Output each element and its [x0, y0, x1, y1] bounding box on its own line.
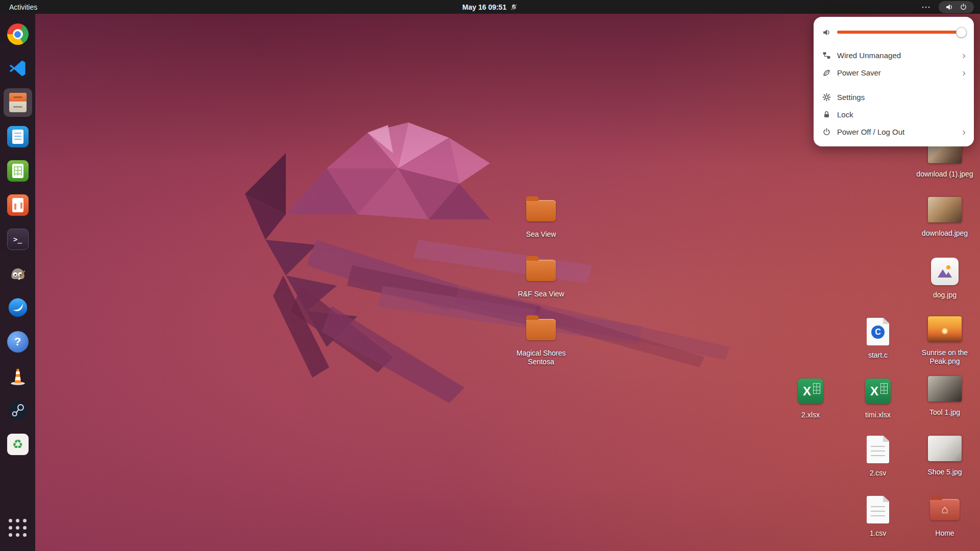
thunderbird-icon — [8, 297, 28, 318]
image-thumbnail-icon — [928, 316, 962, 342]
folder-icon — [526, 260, 556, 281]
desktop-icon-label: Tool 1.jpg — [929, 408, 960, 417]
chevron-right-icon: › — [962, 127, 966, 137]
notifications-muted-bell-icon — [510, 4, 518, 11]
clock-menu[interactable]: May 16 09:51 — [462, 0, 518, 14]
desktop-icon-sea-view[interactable]: Sea View — [505, 195, 577, 239]
dock-item-libreoffice-impress[interactable] — [4, 191, 32, 219]
screen: Activities May 16 09:51 ⋯ — [0, 0, 980, 551]
dock-item-vscode[interactable] — [4, 54, 32, 83]
desktop-icon-label: R&F Sea View — [518, 290, 565, 298]
spreadsheet-file-icon: X — [865, 379, 891, 404]
image-thumbnail-icon — [928, 197, 962, 222]
volume-slider-handle[interactable] — [956, 27, 967, 38]
desktop-icon-label: Magical Shores Sentosa — [508, 349, 574, 366]
spreadsheet-file-icon: X — [798, 379, 823, 404]
libreoffice-calc-icon — [7, 160, 29, 182]
lock-icon — [822, 110, 831, 119]
desktop-icon-1-csv[interactable]: 1.csv — [842, 494, 914, 538]
power-icon — [822, 128, 831, 136]
menu-item-power-off-log-out[interactable]: Power Off / Log Out › — [814, 123, 974, 140]
desktop-icon-label: download.jpeg — [922, 229, 968, 238]
menu-item-wired-unmanaged[interactable]: Wired Unmanaged › — [814, 46, 974, 64]
dock: >_ — [0, 14, 35, 551]
csv-file-icon — [867, 496, 889, 523]
dock-item-gimp[interactable] — [4, 259, 32, 288]
libreoffice-writer-icon — [7, 126, 29, 147]
dock-item-chrome[interactable] — [4, 20, 32, 48]
menu-item-settings[interactable]: Settings — [814, 88, 974, 106]
settings-gear-icon — [822, 93, 831, 102]
desktop-icon-label: start.c — [868, 351, 888, 360]
volume-row — [814, 22, 974, 42]
desktop-icon-tool-1-jpg[interactable]: Tool 1.jpg — [909, 373, 980, 417]
help-icon: ? — [7, 331, 29, 353]
desktop-icon-shoe-5-jpg[interactable]: Shoe 5.jpg — [909, 433, 980, 477]
image-thumbnail-icon — [928, 436, 962, 461]
c-source-file-icon: C — [867, 318, 889, 345]
chrome-icon — [7, 23, 29, 45]
volume-slider-fill — [837, 31, 966, 34]
dock-item-software[interactable]: ♻ — [4, 430, 32, 459]
steam-icon — [8, 400, 28, 420]
clock-label: May 16 09:51 — [462, 3, 506, 11]
desktop-icon-label: timi.xlsx — [865, 411, 891, 419]
desktop-icon-download-jpeg[interactable]: download.jpeg — [909, 194, 980, 238]
desktop-icon-sunrise-png[interactable]: Sunrise on the Peak.png — [909, 313, 980, 366]
terminal-icon: >_ — [7, 229, 29, 250]
chevron-right-icon: › — [962, 67, 966, 78]
image-thumbnail-icon — [928, 376, 962, 402]
home-folder-icon: ⌂ — [930, 499, 960, 520]
csv-file-icon — [867, 436, 889, 463]
desktop-icon-dog-jpg[interactable]: dog.jpg — [909, 256, 980, 299]
desktop-icon-label: Shoe 5.jpg — [928, 468, 962, 477]
dock-item-files[interactable] — [4, 88, 32, 117]
system-menu: Wired Unmanaged › Power Saver › — [814, 17, 974, 146]
chevron-right-icon: › — [962, 50, 966, 60]
gimp-icon — [8, 263, 28, 284]
folder-icon — [526, 319, 556, 340]
vscode-icon — [8, 58, 28, 79]
dock-item-help[interactable]: ? — [4, 328, 32, 356]
system-status-area[interactable] — [939, 1, 974, 13]
desktop-icon-label: 2.csv — [870, 469, 887, 478]
top-bar: Activities May 16 09:51 ⋯ — [0, 0, 980, 14]
dock-item-libreoffice-writer[interactable] — [4, 122, 32, 151]
libreoffice-impress-icon — [7, 194, 29, 216]
power-icon — [960, 3, 967, 11]
overflow-menu-icon[interactable]: ⋯ — [921, 3, 930, 12]
desktop-icon-label: dog.jpg — [933, 291, 957, 299]
top-bar-right: ⋯ — [921, 0, 980, 14]
vlc-icon — [8, 366, 28, 386]
files-icon — [9, 93, 27, 112]
desktop-icon-home[interactable]: ⌂ Home — [909, 494, 980, 538]
desktop-icon-2-csv[interactable]: 2.csv — [842, 434, 914, 478]
app-grid-icon — [9, 519, 27, 537]
desktop-icon-label: Home — [935, 529, 954, 538]
dock-item-app-grid[interactable] — [4, 513, 32, 542]
network-wired-icon — [822, 51, 831, 60]
desktop-icon-magical-shores-sentosa[interactable]: Magical Shores Sentosa — [505, 314, 577, 366]
desktop-icon-rf-sea-view[interactable]: R&F Sea View — [505, 255, 577, 298]
desktop-icon-label: Sunrise on the Peak.png — [912, 348, 978, 366]
dock-item-libreoffice-calc[interactable] — [4, 157, 32, 185]
volume-slider[interactable] — [837, 27, 966, 37]
dock-item-vlc[interactable] — [4, 362, 32, 390]
power-saver-icon — [822, 68, 831, 77]
dock-item-steam[interactable] — [4, 396, 32, 424]
desktop-icon-label: download (1).jpeg — [916, 170, 973, 179]
desktop-icon-2-xlsx[interactable]: X 2.xlsx — [775, 375, 846, 419]
image-mimetype-icon — [931, 258, 959, 285]
home-emblem-icon: ⌂ — [930, 499, 960, 520]
activities-button[interactable]: Activities — [0, 0, 46, 14]
desktop-icon-label: Sea View — [526, 230, 556, 239]
speaker-icon — [822, 28, 831, 37]
desktop-icon-timi-xlsx[interactable]: X timi.xlsx — [842, 375, 914, 419]
menu-item-label: Power Off / Log Out — [837, 128, 956, 136]
speaker-icon — [945, 3, 953, 11]
dock-item-thunderbird[interactable] — [4, 293, 32, 322]
menu-item-lock[interactable]: Lock — [814, 106, 974, 123]
dock-item-terminal[interactable]: >_ — [4, 225, 32, 254]
menu-item-power-saver[interactable]: Power Saver › — [814, 64, 974, 81]
desktop-icon-start-c[interactable]: C start.c — [842, 316, 914, 360]
